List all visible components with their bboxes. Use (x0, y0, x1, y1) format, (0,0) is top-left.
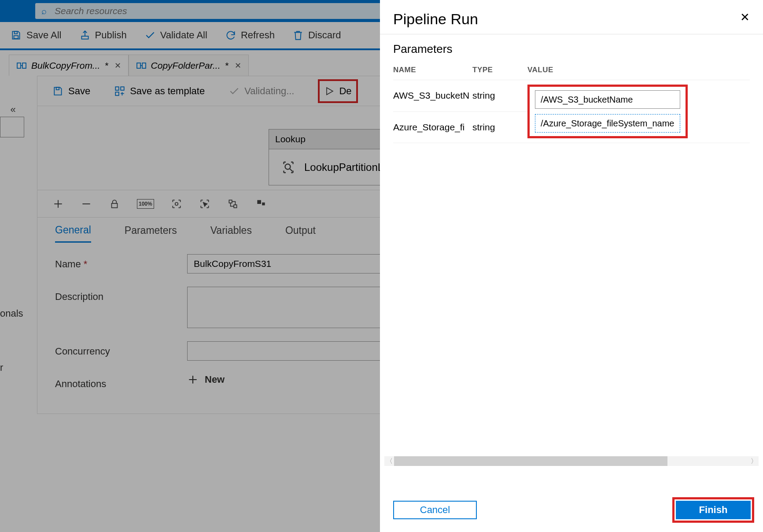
panel-header: Pipeline Run ✕ (380, 0, 763, 34)
param-type: string (472, 80, 527, 112)
scroll-right-icon[interactable]: 〉 (749, 457, 759, 466)
panel-footer: Cancel Finish (380, 488, 763, 532)
value-highlight (527, 85, 688, 138)
param-type: string (472, 111, 527, 143)
col-name: NAME (393, 60, 472, 80)
pipeline-run-panel: Pipeline Run ✕ Parameters NAME TYPE VALU… (380, 0, 763, 532)
close-icon[interactable]: ✕ (740, 11, 750, 24)
parameters-table: NAME TYPE VALUE AWS_S3_bucketN string (380, 57, 763, 144)
param-value-input-1[interactable] (535, 90, 680, 109)
param-row: AWS_S3_bucketN string (393, 80, 750, 112)
horizontal-scrollbar[interactable]: 〈 〉 (384, 456, 759, 466)
parameters-heading: Parameters (380, 34, 763, 57)
finish-highlight: Finish (672, 497, 754, 523)
col-value: VALUE (527, 60, 750, 80)
cancel-button[interactable]: Cancel (393, 501, 477, 519)
scroll-track[interactable] (394, 456, 749, 466)
param-value-input-2[interactable] (535, 114, 680, 133)
finish-button[interactable]: Finish (676, 501, 751, 519)
scroll-left-icon[interactable]: 〈 (384, 457, 394, 466)
panel-title: Pipeline Run (393, 11, 478, 28)
param-name: AWS_S3_bucketN (393, 80, 472, 112)
col-type: TYPE (472, 60, 527, 80)
param-name: Azure_Storage_fi (393, 111, 472, 143)
scroll-thumb[interactable] (394, 456, 667, 466)
